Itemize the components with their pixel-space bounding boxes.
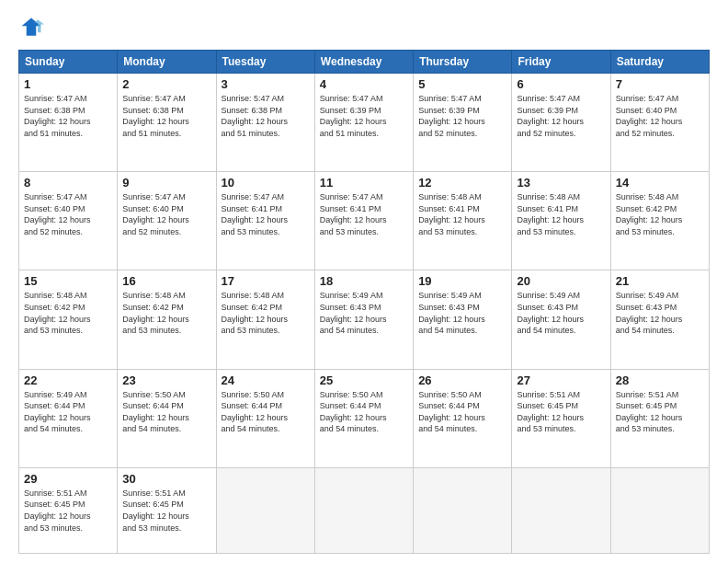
cell-info: Sunrise: 5:47 AMSunset: 6:41 PMDaylight:… [320,191,408,237]
day-number: 1 [24,77,112,91]
calendar-cell-day-8: 8Sunrise: 5:47 AMSunset: 6:40 PMDaylight… [19,172,118,270]
calendar-cell-day-19: 19Sunrise: 5:49 AMSunset: 6:43 PMDayligh… [414,270,512,369]
cell-info: Sunrise: 5:47 AMSunset: 6:40 PMDaylight:… [122,191,210,237]
cell-info: Sunrise: 5:49 AMSunset: 6:44 PMDaylight:… [24,389,112,435]
calendar-cell-day-1: 1Sunrise: 5:47 AMSunset: 6:38 PMDaylight… [19,74,118,172]
cell-info: Sunrise: 5:50 AMSunset: 6:44 PMDaylight:… [222,389,310,435]
day-number: 23 [122,373,210,387]
day-number: 11 [320,176,408,190]
calendar-header-monday: Monday [118,51,216,74]
day-number: 30 [122,472,210,486]
calendar-table: SundayMondayTuesdayWednesdayThursdayFrid… [18,50,710,554]
calendar-cell-day-9: 9Sunrise: 5:47 AMSunset: 6:40 PMDaylight… [118,172,216,270]
day-number: 27 [517,373,605,387]
day-number: 28 [616,373,704,387]
logo-icon [18,15,44,40]
day-number: 5 [418,77,506,91]
calendar-cell-day-3: 3Sunrise: 5:47 AMSunset: 6:38 PMDaylight… [216,74,314,172]
cell-info: Sunrise: 5:48 AMSunset: 6:42 PMDaylight:… [122,290,210,336]
calendar-cell-day-17: 17Sunrise: 5:48 AMSunset: 6:42 PMDayligh… [216,270,314,369]
cell-info: Sunrise: 5:47 AMSunset: 6:38 PMDaylight:… [24,93,112,139]
day-number: 29 [24,472,112,486]
header [18,15,710,40]
cell-info: Sunrise: 5:47 AMSunset: 6:41 PMDaylight:… [222,191,310,237]
calendar-week-5: 29Sunrise: 5:51 AMSunset: 6:45 PMDayligh… [19,467,710,553]
day-number: 4 [320,77,408,91]
calendar-week-4: 22Sunrise: 5:49 AMSunset: 6:44 PMDayligh… [19,369,710,467]
page: SundayMondayTuesdayWednesdayThursdayFrid… [0,0,728,563]
calendar-cell-day-14: 14Sunrise: 5:48 AMSunset: 6:42 PMDayligh… [610,172,709,270]
calendar-header-friday: Friday [512,51,610,74]
day-number: 17 [222,274,310,288]
cell-info: Sunrise: 5:47 AMSunset: 6:39 PMDaylight:… [517,93,605,139]
calendar-cell-day-2: 2Sunrise: 5:47 AMSunset: 6:38 PMDaylight… [118,74,216,172]
calendar-cell-day-21: 21Sunrise: 5:49 AMSunset: 6:43 PMDayligh… [610,270,709,369]
cell-info: Sunrise: 5:48 AMSunset: 6:42 PMDaylight:… [222,290,310,336]
calendar-cell-day-28: 28Sunrise: 5:51 AMSunset: 6:45 PMDayligh… [610,369,709,467]
calendar-cell-day-5: 5Sunrise: 5:47 AMSunset: 6:39 PMDaylight… [414,74,512,172]
calendar-cell-day-12: 12Sunrise: 5:48 AMSunset: 6:41 PMDayligh… [414,172,512,270]
calendar-cell-day-23: 23Sunrise: 5:50 AMSunset: 6:44 PMDayligh… [118,369,216,467]
calendar-cell-empty [314,467,413,553]
calendar-week-1: 1Sunrise: 5:47 AMSunset: 6:38 PMDaylight… [19,74,710,172]
cell-info: Sunrise: 5:47 AMSunset: 6:38 PMDaylight:… [222,93,310,139]
calendar-cell-day-18: 18Sunrise: 5:49 AMSunset: 6:43 PMDayligh… [314,270,413,369]
cell-info: Sunrise: 5:49 AMSunset: 6:43 PMDaylight:… [418,290,506,336]
cell-info: Sunrise: 5:51 AMSunset: 6:45 PMDaylight:… [517,389,605,435]
day-number: 3 [222,77,310,91]
cell-info: Sunrise: 5:48 AMSunset: 6:41 PMDaylight:… [517,191,605,237]
cell-info: Sunrise: 5:47 AMSunset: 6:38 PMDaylight:… [122,93,210,139]
calendar-cell-day-27: 27Sunrise: 5:51 AMSunset: 6:45 PMDayligh… [512,369,610,467]
calendar-cell-day-20: 20Sunrise: 5:49 AMSunset: 6:43 PMDayligh… [512,270,610,369]
calendar-cell-day-25: 25Sunrise: 5:50 AMSunset: 6:44 PMDayligh… [314,369,413,467]
day-number: 6 [517,77,605,91]
day-number: 18 [320,274,408,288]
day-number: 26 [418,373,506,387]
calendar-cell-day-6: 6Sunrise: 5:47 AMSunset: 6:39 PMDaylight… [512,74,610,172]
calendar-cell-day-22: 22Sunrise: 5:49 AMSunset: 6:44 PMDayligh… [19,369,118,467]
cell-info: Sunrise: 5:47 AMSunset: 6:40 PMDaylight:… [24,191,112,237]
calendar-cell-empty [512,467,610,553]
calendar-cell-day-16: 16Sunrise: 5:48 AMSunset: 6:42 PMDayligh… [118,270,216,369]
day-number: 24 [222,373,310,387]
day-number: 7 [616,77,704,91]
day-number: 12 [418,176,506,190]
cell-info: Sunrise: 5:51 AMSunset: 6:45 PMDaylight:… [122,488,210,534]
calendar-header-saturday: Saturday [610,51,709,74]
day-number: 13 [517,176,605,190]
cell-info: Sunrise: 5:50 AMSunset: 6:44 PMDaylight:… [418,389,506,435]
calendar-header-sunday: Sunday [19,51,118,74]
day-number: 19 [418,274,506,288]
day-number: 16 [122,274,210,288]
cell-info: Sunrise: 5:48 AMSunset: 6:42 PMDaylight:… [24,290,112,336]
calendar-cell-empty [610,467,709,553]
calendar-cell-day-29: 29Sunrise: 5:51 AMSunset: 6:45 PMDayligh… [19,467,118,553]
day-number: 9 [122,176,210,190]
calendar-cell-day-30: 30Sunrise: 5:51 AMSunset: 6:45 PMDayligh… [118,467,216,553]
calendar-header-wednesday: Wednesday [314,51,413,74]
calendar-header-row: SundayMondayTuesdayWednesdayThursdayFrid… [19,51,710,74]
day-number: 10 [222,176,310,190]
calendar-cell-empty [216,467,314,553]
cell-info: Sunrise: 5:51 AMSunset: 6:45 PMDaylight:… [616,389,704,435]
calendar-cell-day-4: 4Sunrise: 5:47 AMSunset: 6:39 PMDaylight… [314,74,413,172]
day-number: 2 [122,77,210,91]
calendar-cell-day-7: 7Sunrise: 5:47 AMSunset: 6:40 PMDaylight… [610,74,709,172]
cell-info: Sunrise: 5:50 AMSunset: 6:44 PMDaylight:… [320,389,408,435]
cell-info: Sunrise: 5:49 AMSunset: 6:43 PMDaylight:… [616,290,704,336]
cell-info: Sunrise: 5:48 AMSunset: 6:41 PMDaylight:… [418,191,506,237]
cell-info: Sunrise: 5:49 AMSunset: 6:43 PMDaylight:… [320,290,408,336]
day-number: 21 [616,274,704,288]
cell-info: Sunrise: 5:49 AMSunset: 6:43 PMDaylight:… [517,290,605,336]
calendar-cell-day-15: 15Sunrise: 5:48 AMSunset: 6:42 PMDayligh… [19,270,118,369]
calendar-cell-day-26: 26Sunrise: 5:50 AMSunset: 6:44 PMDayligh… [414,369,512,467]
calendar-week-2: 8Sunrise: 5:47 AMSunset: 6:40 PMDaylight… [19,172,710,270]
day-number: 22 [24,373,112,387]
logo [18,15,48,40]
calendar-cell-day-24: 24Sunrise: 5:50 AMSunset: 6:44 PMDayligh… [216,369,314,467]
calendar-week-3: 15Sunrise: 5:48 AMSunset: 6:42 PMDayligh… [19,270,710,369]
day-number: 15 [24,274,112,288]
day-number: 20 [517,274,605,288]
cell-info: Sunrise: 5:47 AMSunset: 6:39 PMDaylight:… [418,93,506,139]
cell-info: Sunrise: 5:47 AMSunset: 6:40 PMDaylight:… [616,93,704,139]
